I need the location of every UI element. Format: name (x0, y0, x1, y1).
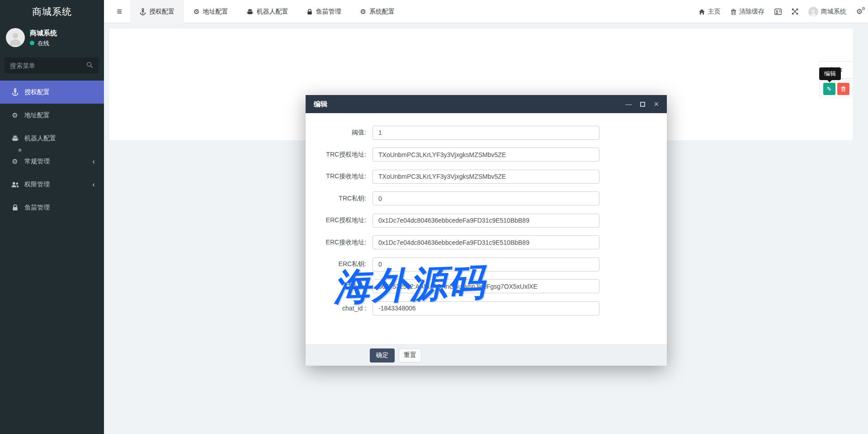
tab-fry-manage[interactable]: 鱼苗管理 (297, 0, 350, 23)
tab-label: 授权配置 (149, 8, 175, 16)
user-panel: 商城系统 在线 (0, 25, 104, 52)
trc-private-key-field[interactable] (373, 191, 599, 205)
sidebar-item-label: 鱼苗管理 (24, 196, 50, 219)
threshold-field[interactable] (373, 126, 599, 140)
form-row-token: Token: (306, 276, 667, 298)
dialog-titlebar[interactable]: 编辑 — × (306, 95, 667, 113)
sidebar-item-label: 机器人配置 (24, 127, 56, 150)
row-delete-button[interactable] (837, 83, 849, 95)
topbar: ≡ 授权配置 ⚙ 地址配置 机器人配置 (104, 0, 868, 23)
trash-icon (731, 9, 736, 15)
users-icon (11, 173, 19, 196)
sidebar-search (5, 57, 99, 73)
field-label: ERC授权地址: (306, 216, 366, 224)
sidebar-item-address-config[interactable]: ⚙ 地址配置 (0, 104, 104, 127)
fullscreen-icon[interactable] (792, 8, 798, 15)
erc-auth-address-field[interactable] (373, 214, 599, 228)
maximize-icon[interactable] (640, 102, 645, 107)
anchor-icon (140, 8, 146, 15)
edit-tooltip: 编辑 (819, 67, 841, 80)
gear-icon: ⚙ (193, 8, 199, 15)
tab-system-config[interactable]: ⚙ 系统配置 (350, 0, 404, 23)
app-title: 商城系统 (0, 0, 104, 24)
app-root: 商城系统 商城系统 在线 授权配置 ⚙ 地址配置 (0, 0, 868, 434)
chat-id-field[interactable] (373, 301, 599, 315)
tab-label: 系统配置 (369, 8, 395, 16)
sidebar-item-robot-config[interactable]: 机器人配置 (0, 127, 104, 150)
token-field[interactable] (373, 279, 599, 293)
field-label: Token: (306, 283, 366, 290)
user-status: 在线 (30, 39, 49, 48)
field-label: TRC私钥: (306, 195, 366, 203)
sidebar-item-label: 地址配置 (24, 104, 50, 127)
hamburger-icon[interactable]: ≡ (110, 0, 128, 23)
dialog-title: 编辑 (314, 100, 625, 109)
tab-auth-config[interactable]: 授权配置 (130, 0, 184, 23)
robot-icon (11, 127, 19, 150)
field-label: 阈值: (306, 129, 366, 137)
sidebar-item-general-manage[interactable]: ⚙⚙ 常规管理 ‹ (0, 150, 104, 173)
trc-receive-address-field[interactable] (373, 170, 599, 184)
search-icon[interactable] (86, 62, 93, 70)
sidebar: 商城系统 商城系统 在线 授权配置 ⚙ 地址配置 (0, 0, 104, 434)
sidebar-item-label: 授权配置 (24, 81, 50, 104)
online-dot-icon (30, 41, 34, 45)
chevron-left-icon: ‹ (92, 150, 95, 173)
edit-dialog: 编辑 — × 阈值: TRC授权地址: TRC接收地址: TRC私钥: (306, 95, 667, 366)
close-icon[interactable]: × (654, 100, 659, 108)
settings-cogs-icon[interactable]: ⚙⚙ (856, 8, 863, 15)
sidebar-item-label: 常规管理 (24, 150, 50, 173)
dialog-body: 阈值: TRC授权地址: TRC接收地址: TRC私钥: ERC授权地址: ER… (306, 113, 667, 344)
pencil-icon: ✎ (827, 86, 832, 92)
tab-label: 鱼苗管理 (316, 8, 341, 16)
lock-icon (11, 196, 19, 219)
gear-icon: ⚙ (360, 8, 366, 15)
form-row-erc-key: ERC私钥: (306, 253, 667, 276)
avatar (6, 28, 25, 47)
form-row-trc-recv: TRC接收地址: (306, 166, 667, 188)
field-label: TRC授权地址: (306, 151, 366, 159)
minimize-icon[interactable]: — (625, 101, 632, 107)
field-label: TRC接收地址: (306, 172, 366, 181)
topbar-right: 主页 清除缓存 商城系统 ⚙⚙ (698, 0, 863, 23)
form-row-trc-auth: TRC授权地址: (306, 144, 667, 166)
reset-button[interactable]: 重置 (399, 348, 421, 362)
gear-icon: ⚙ (11, 104, 19, 127)
user-menu[interactable]: 商城系统 (808, 7, 846, 17)
form-row-chat-id: chat_id : (306, 297, 667, 320)
confirm-button[interactable]: 确定 (370, 348, 395, 362)
erc-receive-address-field[interactable] (373, 235, 599, 249)
home-link[interactable]: 主页 (698, 8, 721, 16)
user-name: 商城系统 (30, 29, 57, 38)
person-icon (810, 9, 817, 17)
chevron-left-icon: ‹ (92, 173, 95, 196)
form-row-trc-key: TRC私钥: (306, 188, 667, 210)
field-label: ERC接收地址: (306, 238, 366, 247)
trc-auth-address-field[interactable] (373, 148, 599, 162)
field-label: chat_id : (306, 305, 366, 312)
erc-private-key-field[interactable] (373, 258, 599, 272)
sidebar-item-permission-manage[interactable]: 权限管理 ‹ (0, 173, 104, 196)
cogs-icon: ⚙⚙ (11, 150, 19, 173)
tab-robot-config[interactable]: 机器人配置 (237, 0, 297, 23)
lock-screen-icon[interactable] (774, 9, 782, 15)
home-icon (698, 9, 705, 15)
sidebar-menu: 授权配置 ⚙ 地址配置 机器人配置 ⚙⚙ 常规管理 ‹ 权限 (0, 81, 104, 219)
dialog-controls: — × (625, 100, 659, 108)
form-row-erc-recv: ERC接收地址: (306, 232, 667, 254)
field-label: ERC私钥: (306, 260, 366, 268)
person-icon (9, 31, 22, 46)
tab-label: 地址配置 (203, 8, 228, 16)
sidebar-item-label: 权限管理 (24, 173, 50, 196)
sidebar-search-input[interactable] (10, 57, 82, 73)
sidebar-item-auth-config[interactable]: 授权配置 (0, 81, 104, 104)
tab-label: 机器人配置 (256, 8, 288, 16)
clear-cache-link[interactable]: 清除缓存 (731, 8, 764, 16)
dialog-footer: 确定 重置 (306, 344, 667, 366)
topbar-username: 商城系统 (821, 8, 846, 16)
nav-tabs: 授权配置 ⚙ 地址配置 机器人配置 鱼苗管理 ⚙ 系统配置 (130, 0, 404, 23)
sidebar-item-fry-manage[interactable]: 鱼苗管理 (0, 196, 104, 219)
robot-icon (247, 9, 253, 15)
row-edit-button[interactable]: ✎ (823, 83, 835, 95)
tab-address-config[interactable]: ⚙ 地址配置 (184, 0, 237, 23)
